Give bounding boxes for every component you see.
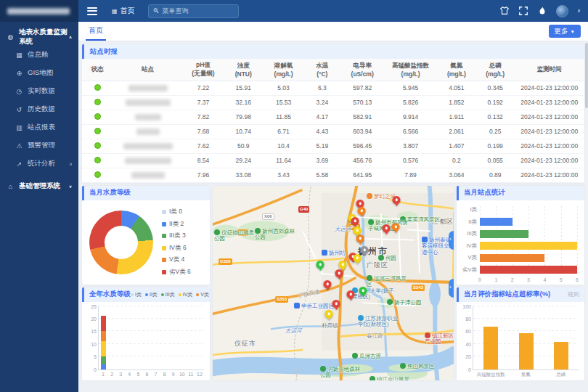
rules-link[interactable]: 规则: [568, 290, 579, 298]
stacked-bar-segment[interactable]: [101, 341, 106, 356]
station-map-pin[interactable]: [361, 246, 369, 256]
table-row[interactable]: 7.9633.083.435.58641.957.893.0640.892024…: [82, 168, 584, 182]
fullscreen-icon[interactable]: [518, 6, 528, 16]
legend-item[interactable]: V类 4: [162, 256, 191, 264]
stacked-bar-segment[interactable]: [101, 331, 106, 341]
map-label: 镇江金山风景区: [369, 376, 413, 380]
sidebar-item-GIS地图[interactable]: ⊕GIS地图: [0, 64, 78, 82]
more-button[interactable]: 更多 ▼: [549, 25, 581, 38]
legend-item[interactable]: V类: [196, 291, 209, 298]
exceed-bar[interactable]: [554, 342, 568, 369]
map-collapse-handle[interactable]: [449, 279, 454, 298]
map-collapse-handle[interactable]: [449, 231, 454, 250]
search-placeholder: 菜单查询: [163, 7, 189, 16]
status-dot: [94, 142, 101, 149]
hbar-row[interactable]: III类: [461, 230, 577, 238]
map-label: 镇江新区产业园: [425, 332, 454, 346]
station-report-table: 状态站点pH值(无量纲)浊度(NTU)溶解氧(mg/L)水温(°C)电导率(uS…: [82, 59, 584, 183]
station-map-pin[interactable]: [392, 223, 400, 233]
hbar-row[interactable]: V类: [461, 254, 577, 262]
exceed-rate-chart: 020406080100高锰酸盐指数氨氮总磷: [473, 306, 579, 370]
sidebar-group-1[interactable]: ⌂基础管理系统∨: [0, 177, 78, 195]
station-map-pin[interactable]: [351, 217, 359, 227]
map-label: 华侨工业园区: [294, 303, 334, 310]
hbar-row[interactable]: I类: [461, 206, 577, 214]
station-map-pin[interactable]: [335, 269, 343, 279]
legend-item[interactable]: IV类 6: [162, 244, 191, 253]
table-row[interactable]: 7.8279.9811.854.17582.919.9141.9110.1322…: [82, 110, 584, 124]
station-name-redacted: [131, 172, 165, 179]
legend-item[interactable]: I类 0: [162, 208, 191, 216]
sidebar-item-信息舱[interactable]: ▦信息舱: [0, 46, 78, 64]
menu-toggle-icon[interactable]: [87, 5, 97, 17]
col-header: 电导率(uS/cm): [340, 59, 384, 81]
map-label: 运河三湾风景区: [367, 275, 410, 288]
station-map-pin[interactable]: [347, 290, 355, 301]
more-label: 更多: [555, 27, 568, 36]
table-row[interactable]: 7.2215.915.036.3597.825.9454.0510.345202…: [82, 81, 584, 95]
station-map-pin[interactable]: [383, 224, 391, 234]
breadcrumb[interactable]: ▦ 首页: [112, 6, 135, 16]
top-header: ▦ 首页 🔍︎ 菜单查询 ∨: [78, 0, 588, 22]
col-header: 总磷(mg/L): [476, 59, 514, 81]
legend-item[interactable]: II类 2: [162, 220, 191, 229]
table-row[interactable]: 7.6810.746.714.43603.946.5662.0610.25202…: [82, 124, 584, 139]
stacked-bar-segment[interactable]: [101, 364, 106, 369]
sidebar-item-历史数据[interactable]: ↺历史数据: [0, 100, 78, 118]
tab-home[interactable]: 首页: [86, 22, 106, 41]
station-map-pin[interactable]: [358, 207, 366, 217]
legend-item[interactable]: III类: [161, 291, 175, 298]
legend-item[interactable]: IV类: [179, 291, 193, 298]
status-dot: [94, 113, 101, 120]
flame-icon[interactable]: [537, 6, 547, 16]
page-scrollbar[interactable]: [585, 43, 588, 392]
user-menu-caret-icon[interactable]: ∨: [577, 8, 581, 14]
station-map-pin[interactable]: [354, 254, 362, 264]
stacked-bar-segment[interactable]: [101, 356, 106, 364]
exceed-bar[interactable]: [483, 327, 498, 369]
table-body: 7.2215.915.036.3597.825.9454.0510.345202…: [82, 81, 584, 182]
sidebar-item-统计分析[interactable]: ↗统计分析∨: [0, 155, 78, 173]
hbar-row[interactable]: IV类: [461, 242, 577, 250]
hbar-row[interactable]: II类: [461, 218, 577, 226]
legend-item[interactable]: III类 3: [162, 232, 191, 240]
station-map-pin[interactable]: [393, 196, 401, 206]
station-name-redacted: [125, 158, 171, 164]
station-map-pin[interactable]: [356, 234, 364, 245]
station-map-pin[interactable]: [332, 300, 340, 310]
sidebar-item-实时数据[interactable]: ◷实时数据: [0, 82, 78, 100]
status-dot: [94, 171, 101, 178]
gis-map-icon: ⊕: [15, 70, 24, 77]
gis-map[interactable]: 扬州市江都区仪征市广陵区扬州站何园运河三湾风景区扬州西郊森林公园仪征捺山地质公园…: [213, 186, 454, 380]
station-map-pin[interactable]: [359, 287, 367, 297]
station-map-pin[interactable]: [324, 280, 332, 290]
station-name-redacted: [128, 85, 168, 91]
menu-search-input[interactable]: 🔍︎ 菜单查询: [148, 4, 239, 18]
table-row[interactable]: 7.3732.1615.533.24570.135.8261.8520.1922…: [82, 95, 584, 110]
station-map-pin[interactable]: [317, 261, 324, 271]
logo-redacted: [7, 8, 70, 15]
sidebar-group-0[interactable]: ◍地表水质量监测系统∧: [0, 28, 78, 46]
sidebar-item-站点报表[interactable]: ▥站点报表: [0, 118, 78, 136]
col-header: pH值(无量纲): [183, 59, 224, 81]
stacked-bar-segment[interactable]: [101, 316, 106, 331]
annual-grade-panel: 全年水质等级 I类II类III类IV类V类劣V类 051015202512345…: [82, 287, 210, 380]
park-poi-icon: [378, 255, 384, 261]
exceed-bar[interactable]: [519, 333, 534, 369]
station-name-redacted: [123, 143, 173, 150]
legend-item[interactable]: 劣V类 6: [162, 268, 191, 277]
hbar-row[interactable]: 劣V类: [461, 266, 577, 274]
legend-item[interactable]: I类: [131, 291, 142, 298]
grade-donut-chart[interactable]: [89, 211, 153, 274]
station-name-redacted: [126, 99, 171, 106]
park-poi-icon: [369, 376, 375, 380]
user-avatar[interactable]: [556, 5, 568, 17]
legend-item[interactable]: II类: [145, 291, 158, 298]
sidebar-item-预警管理[interactable]: ⚠预警管理: [0, 136, 78, 155]
table-row[interactable]: 8.5429.2411.643.69456.760.5760.20.055202…: [82, 153, 584, 168]
theme-skin-icon[interactable]: [499, 6, 510, 16]
map-label: 瓜洲古渡: [352, 353, 381, 360]
col-header: 监测时间: [514, 59, 584, 81]
station-map-pin[interactable]: [325, 310, 333, 320]
table-row[interactable]: 7.6250.910.45.19596.453.8071.4070.199202…: [82, 139, 584, 153]
